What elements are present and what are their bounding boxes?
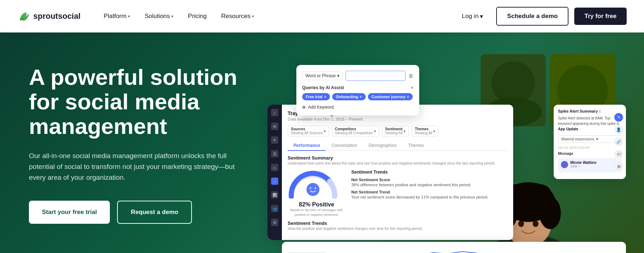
free-trial-button[interactable]: Start your free trial	[29, 201, 110, 224]
trend-net-score: Net Sentiment Score 38% difference betwe…	[351, 178, 507, 187]
add-keyword-button[interactable]: ⊕ Add Keyword	[302, 105, 413, 110]
hero-buttons: Start your free trial Request a demo	[29, 201, 267, 224]
dashboard-filters: Sources Viewing All Sources ▾ Competitor…	[288, 126, 507, 136]
right-action-icons: ✎ 👤 🔗 🏷 ⊞	[614, 113, 623, 171]
competitors-filter[interactable]: Competitors Viewing All Competitors ▾	[332, 126, 379, 136]
dashboard-tabs: Performance Conversation Demographics Th…	[288, 141, 507, 151]
keyword-row: Word or Phrase ▾ 🗑	[302, 71, 413, 81]
sentiment-summary-section: Sentiment Summary Understand how users f…	[288, 155, 507, 165]
nav-right: Log in ▾ Schedule a demo Try for free	[455, 7, 627, 26]
nav-links: Platform ▾ Solutions ▾ Pricing Resources…	[98, 10, 455, 23]
resources-chevron-icon: ▾	[252, 14, 254, 19]
mini-chart	[332, 247, 620, 253]
keyword-card: Word or Phrase ▾ 🗑 Queries by AI Assist …	[296, 65, 419, 115]
compose-action-icon[interactable]: ✎	[614, 113, 623, 122]
tab-themes[interactable]: Themes	[402, 141, 429, 150]
dashboard-main: Traysan Technologies Data available from…	[282, 105, 513, 240]
tag-plus-icon: +	[407, 95, 409, 99]
dashboard-sidebar: ⌂ ✉ ✎ ☰ ◇ → 📊 👥 ⚙	[267, 105, 282, 240]
dash-content-row: 82% Positive Based on the 56% of message…	[288, 170, 507, 217]
sentiment-summary-sub: Understand how users feel about this top…	[288, 161, 507, 165]
sentiment-gauge: 82% Positive Based on the 56% of message…	[288, 170, 345, 217]
gauge-sublabel: Based on the 56% of messages with positi…	[288, 208, 345, 217]
sidebar-icon-home[interactable]: ⌂	[271, 109, 278, 116]
sidebar-icon-inbox[interactable]: ✉	[271, 123, 278, 130]
sprout-logo-icon	[17, 10, 30, 23]
sources-filter[interactable]: Sources Viewing All Sources ▾	[288, 126, 329, 136]
sidebar-icon-people[interactable]: 👥	[271, 205, 278, 212]
message-label: Message	[558, 152, 622, 156]
solutions-chevron-icon: ▾	[171, 14, 173, 19]
filter-chevron-icon: ▾	[324, 129, 326, 133]
logo[interactable]: sproutsocial	[17, 10, 81, 23]
hero-right: Word or Phrase ▾ 🗑 Queries by AI Assist …	[267, 54, 615, 253]
sentiment-filter[interactable]: Sentiment Viewing All ▾	[382, 126, 409, 136]
message-user: Minnie Watkins 100k +	[561, 161, 619, 168]
hero-left: A powerful solution for social media man…	[29, 54, 267, 224]
hero-section: A powerful solution for social media man…	[0, 32, 644, 253]
user-info: Minnie Watkins 100k +	[570, 161, 596, 168]
themes-filter[interactable]: Themes Viewing All ▾	[412, 126, 438, 136]
select-chevron-icon: ▾	[337, 73, 339, 78]
spike-info-icon: ℹ	[599, 109, 601, 113]
nav-solutions[interactable]: Solutions ▾	[139, 10, 179, 23]
spike-alert-panel: Spike Alert Summary ℹ Spike Alert detect…	[554, 105, 626, 179]
nav-platform[interactable]: Platform ▾	[98, 10, 136, 23]
gauge-wrapper	[288, 170, 338, 199]
word-phrase-select[interactable]: Word or Phrase ▾	[302, 71, 343, 80]
grid-action-icon[interactable]: ⊞	[614, 162, 623, 171]
logo-text: sproutsocial	[33, 12, 81, 21]
tag-action-icon[interactable]: 🏷	[614, 150, 623, 158]
link-action-icon[interactable]: 🔗	[614, 138, 623, 146]
trash-icon[interactable]: 🗑	[408, 73, 413, 79]
tab-performance[interactable]: Performance	[288, 141, 326, 151]
sentiment-trends-section: Sentiment Trends View the positive and n…	[288, 221, 507, 231]
login-button[interactable]: Log in ▾	[455, 9, 490, 24]
sidebar-icon-settings[interactable]: ⚙	[271, 219, 278, 226]
ai-tag-customer-journey[interactable]: Customer journey +	[368, 93, 413, 100]
tab-conversation[interactable]: Conversation	[326, 141, 363, 150]
schedule-demo-button[interactable]: Schedule a demo	[496, 7, 568, 26]
sidebar-icon-arrow[interactable]: →	[271, 178, 278, 185]
sidebar-icon-compose[interactable]: ✎	[271, 136, 278, 144]
message-bubble: Minnie Watkins 100k +	[558, 158, 622, 173]
sidebar-icon-navigate[interactable]: ◇	[271, 164, 278, 171]
person-action-icon[interactable]: 👤	[614, 125, 623, 134]
user-avatar	[561, 161, 568, 168]
sidebar-icon-chart[interactable]: 📊	[271, 191, 278, 199]
ai-assist-label: Queries by AI Assist ×	[302, 85, 413, 90]
tab-demographics[interactable]: Demographics	[363, 141, 402, 150]
svg-point-6	[310, 187, 311, 189]
request-demo-button[interactable]: Request a demo	[117, 201, 192, 224]
try-free-button[interactable]: Try for free	[574, 8, 627, 25]
ai-tags: Free trial + Onboarding + Customer journ…	[302, 93, 413, 100]
sentiment-summary-title: Sentiment Summary	[288, 155, 507, 161]
plus-circle-icon: ⊕	[302, 105, 306, 110]
trend-net-trend: Net Sentiment Trend Your net sentiment s…	[351, 190, 507, 199]
trends-title: Sentiment Trends	[351, 170, 507, 175]
svg-point-15	[527, 184, 552, 206]
spike-date: Oct 19, 2023 8:23 AM	[558, 146, 622, 149]
tag-plus-icon: +	[324, 95, 326, 99]
nav-resources[interactable]: Resources ▾	[215, 10, 260, 23]
sidebar-icon-list[interactable]: ☰	[271, 150, 278, 157]
hero-subtext: Our all-in-one social media management p…	[29, 151, 239, 183]
ai-tag-onboarding[interactable]: Onboarding +	[332, 93, 366, 100]
close-icon[interactable]: ×	[411, 85, 413, 90]
platform-chevron-icon: ▾	[128, 14, 130, 19]
hero-headline: A powerful solution for social media man…	[29, 65, 267, 139]
nav-pricing[interactable]: Pricing	[182, 10, 212, 23]
svg-point-17	[533, 221, 538, 227]
date-range: Data available from Dec 1, 2018 – Presen…	[288, 117, 507, 121]
svg-point-5	[306, 183, 319, 196]
filter-chevron-icon: ▾	[374, 129, 376, 133]
sentiment-trends: Sentiment Trends Net Sentiment Score 38%…	[351, 170, 507, 217]
svg-point-7	[315, 187, 316, 189]
ai-tag-free-trial[interactable]: Free trial +	[302, 93, 330, 100]
spike-text: Spike Alert detected at 8AM. Top keyword…	[558, 115, 622, 132]
material-impressions-select[interactable]: Material impressions ▼	[558, 135, 622, 143]
filter-chevron-icon: ▾	[433, 129, 435, 133]
dashboard-card: ⌂ ✉ ✎ ☰ ◇ → 📊 👥 ⚙ Traysan Technologies D…	[267, 105, 513, 240]
svg-point-16	[518, 221, 524, 227]
keyword-input[interactable]	[345, 71, 405, 81]
